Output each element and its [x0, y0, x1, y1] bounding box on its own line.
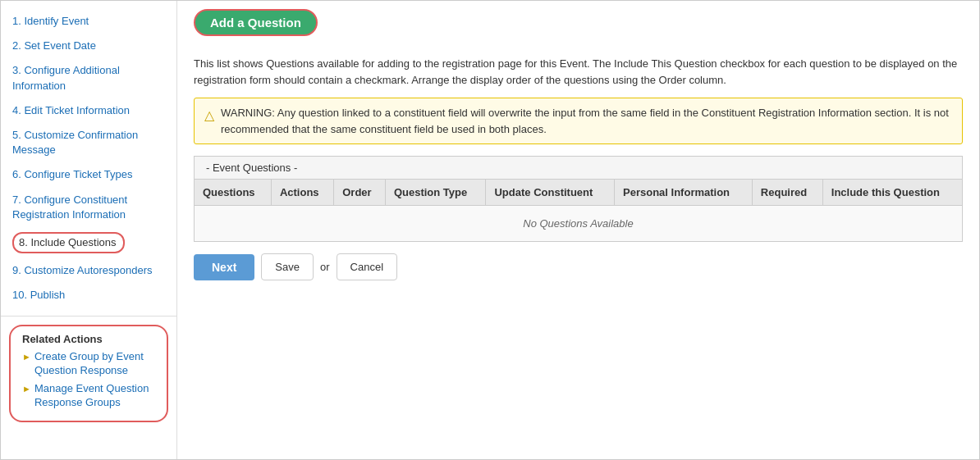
main-content: Add a Question This list shows Questions… — [177, 1, 979, 459]
sidebar-item-link[interactable]: 3. Configure Additional Information — [12, 64, 120, 91]
related-actions-title: Related Actions — [22, 333, 155, 345]
table-header: Required — [752, 180, 822, 206]
table-header: Update Constituent — [486, 180, 615, 206]
table-header: Order — [334, 180, 386, 206]
related-action-create-group[interactable]: ►Create Group by Event Question Response — [22, 350, 155, 378]
sidebar-item-link[interactable]: 6. Configure Ticket Types — [12, 168, 132, 180]
arrow-icon: ► — [22, 351, 31, 362]
warning-icon: △ — [204, 106, 214, 125]
empty-message: No Questions Available — [195, 206, 962, 242]
sidebar-item-link[interactable]: 9. Customize Autoresponders — [12, 264, 153, 276]
related-action-label: Create Group by Event Question Response — [34, 350, 155, 378]
or-text: or — [320, 261, 330, 273]
sidebar-item-customize-confirmation[interactable]: 5. Customize Confirmation Message — [1, 123, 176, 162]
save-button[interactable]: Save — [261, 253, 314, 280]
sidebar-item-publish[interactable]: 10. Publish — [1, 283, 176, 307]
sidebar-item-link[interactable]: 7. Configure Constituent Registration In… — [12, 194, 127, 221]
sidebar-item-include-questions[interactable]: 8. Include Questions — [1, 227, 176, 258]
event-questions-header: - Event Questions - — [195, 157, 962, 180]
sidebar-item-customize-autoresponders[interactable]: 9. Customize Autoresponders — [1, 258, 176, 283]
warning-box: △ WARNING: Any question linked to a cons… — [194, 98, 963, 144]
sidebar-item-link[interactable]: 10. Publish — [12, 289, 65, 301]
event-questions-section: - Event Questions - QuestionsActionsOrde… — [194, 156, 963, 242]
sidebar-item-label: 8. Include Questions — [12, 232, 125, 253]
related-action-label: Manage Event Question Response Groups — [34, 382, 155, 410]
table-header-row: QuestionsActionsOrderQuestion TypeUpdate… — [195, 180, 962, 206]
sidebar-item-link[interactable]: 4. Edit Ticket Information — [12, 104, 130, 116]
actions-row: Next Save or Cancel — [194, 253, 963, 280]
sidebar: 1. Identify Event2. Set Event Date3. Con… — [1, 1, 177, 459]
table-header: Personal Information — [615, 180, 753, 206]
table-header: Actions — [271, 180, 333, 206]
related-action-manage-groups[interactable]: ►Manage Event Question Response Groups — [22, 382, 155, 410]
sidebar-item-configure-constituent[interactable]: 7. Configure Constituent Registration In… — [1, 188, 176, 227]
cancel-button[interactable]: Cancel — [337, 253, 397, 280]
related-actions-section: Related Actions ►Create Group by Event Q… — [9, 325, 168, 422]
arrow-icon: ► — [22, 383, 31, 394]
sidebar-item-link[interactable]: 1. Identify Event — [12, 15, 89, 27]
sidebar-item-set-event-date[interactable]: 2. Set Event Date — [1, 34, 176, 58]
sidebar-nav: 1. Identify Event2. Set Event Date3. Con… — [1, 9, 176, 307]
sidebar-item-edit-ticket-info[interactable]: 4. Edit Ticket Information — [1, 98, 176, 123]
questions-table: QuestionsActionsOrderQuestion TypeUpdate… — [195, 180, 962, 241]
sidebar-item-link[interactable]: 2. Set Event Date — [12, 39, 96, 52]
table-empty-row: No Questions Available — [195, 206, 962, 242]
table-header: Include this Question — [822, 180, 962, 206]
sidebar-item-identify-event[interactable]: 1. Identify Event — [1, 9, 176, 34]
sidebar-item-configure-ticket-types[interactable]: 6. Configure Ticket Types — [1, 162, 176, 187]
add-question-button[interactable]: Add a Question — [194, 9, 318, 36]
sidebar-item-link[interactable]: 5. Customize Confirmation Message — [12, 129, 138, 156]
warning-text: WARNING: Any question linked to a consti… — [221, 105, 952, 137]
sidebar-item-configure-additional-info[interactable]: 3. Configure Additional Information — [1, 58, 176, 98]
table-header: Questions — [195, 180, 271, 206]
next-button[interactable]: Next — [194, 254, 254, 280]
description-text: This list shows Questions available for … — [194, 56, 963, 88]
table-header: Question Type — [385, 180, 486, 206]
